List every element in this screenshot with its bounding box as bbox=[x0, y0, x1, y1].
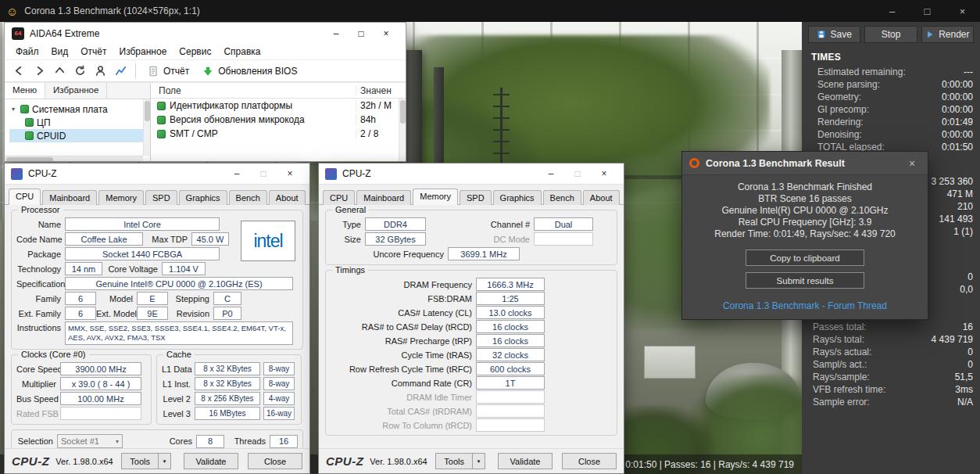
scrollbar-thumb[interactable] bbox=[145, 101, 150, 121]
close-button[interactable]: × bbox=[277, 163, 303, 185]
stat-value: 0 bbox=[967, 347, 973, 357]
chevron-down-icon[interactable]: ▾ bbox=[472, 454, 485, 469]
table-vertical-scrollbar[interactable] bbox=[399, 99, 406, 162]
menu-help[interactable]: Справка bbox=[217, 46, 266, 57]
tools-label: Tools bbox=[122, 457, 158, 466]
tree-vertical-scrollbar[interactable] bbox=[143, 99, 150, 156]
minimize-button[interactable]: – bbox=[224, 163, 250, 185]
timings-group: Timings DRAM Frequency1666.3 MHz FSB:DRA… bbox=[325, 270, 617, 436]
channel-label: Channel # bbox=[459, 220, 534, 229]
group-title: Clocks (Core #0) bbox=[18, 350, 89, 359]
type-value: DDR4 bbox=[365, 217, 426, 231]
field-cell: Идентификатор платформы bbox=[151, 100, 356, 111]
close-button[interactable]: × bbox=[591, 163, 617, 185]
tab-cpu[interactable]: CPU bbox=[9, 189, 41, 205]
tree-item-motherboard[interactable]: ▾ Системная плата bbox=[9, 102, 148, 116]
codename-label: Code Name bbox=[16, 235, 65, 244]
column-field[interactable]: Поле bbox=[151, 85, 356, 96]
maximize-button[interactable]: □ bbox=[910, 0, 945, 22]
timing-value: 600 clocks bbox=[476, 362, 545, 375]
chart-icon[interactable] bbox=[111, 62, 130, 81]
maximize-button[interactable]: □ bbox=[564, 163, 591, 185]
clocks-group: Clocks (Core #0) Core Speed3900.00 MHz M… bbox=[11, 354, 152, 425]
uncore-label: Uncore Frequency bbox=[331, 250, 448, 259]
tab-memory[interactable]: Memory bbox=[413, 189, 458, 205]
time-label: Scene parsing: bbox=[817, 79, 880, 90]
tab-spd[interactable]: SPD bbox=[460, 190, 492, 205]
close-button[interactable]: Close bbox=[248, 453, 302, 469]
package-value: Socket 1440 FCBGA bbox=[65, 247, 220, 260]
minimize-button[interactable]: – bbox=[324, 23, 349, 44]
column-value[interactable]: Значен bbox=[356, 85, 406, 96]
validate-button[interactable]: Validate bbox=[498, 453, 553, 469]
l1-inst-ways: 8-way bbox=[263, 377, 295, 390]
tab-bench[interactable]: Bench bbox=[229, 190, 267, 205]
scrollbar-thumb[interactable] bbox=[6, 157, 53, 162]
multiplier-value: x 39.0 ( 8 - 44 ) bbox=[60, 377, 141, 390]
report-toolbar-button[interactable]: Отчёт bbox=[141, 65, 195, 77]
maximize-button[interactable]: □ bbox=[349, 23, 374, 44]
stat-row: Passes total:16 bbox=[802, 321, 980, 333]
tab-memory[interactable]: Memory bbox=[98, 190, 144, 205]
bios-update-button[interactable]: Обновления BIOS bbox=[196, 65, 302, 77]
close-icon[interactable]: × bbox=[903, 157, 921, 170]
tab-graphics[interactable]: Graphics bbox=[493, 190, 542, 205]
menu-favorites[interactable]: Избранное bbox=[113, 46, 173, 57]
menu-report[interactable]: Отчёт bbox=[74, 46, 113, 57]
forward-icon[interactable] bbox=[30, 62, 48, 81]
forum-thread-link[interactable]: Corona 1.3 Benchmark - Forum Thread bbox=[682, 300, 928, 311]
submit-results-button[interactable]: Submit results bbox=[746, 272, 864, 289]
back-icon[interactable] bbox=[9, 62, 28, 81]
table-row[interactable]: Идентификатор платформы 32h / M bbox=[151, 99, 406, 113]
stop-button[interactable]: Stop bbox=[864, 26, 917, 43]
close-button[interactable]: × bbox=[945, 0, 980, 22]
tab-mainboard[interactable]: Mainboard bbox=[356, 190, 411, 205]
save-button[interactable]: Save bbox=[808, 26, 860, 43]
time-row: Geometry:0:00:00 bbox=[802, 91, 980, 103]
menu-view[interactable]: Вид bbox=[45, 46, 75, 57]
chevron-down-icon[interactable]: ▾ bbox=[158, 454, 170, 469]
tree-label: CPUID bbox=[37, 131, 66, 142]
tree-item-cpu[interactable]: ЦП bbox=[9, 116, 148, 129]
tree-horizontal-scrollbar[interactable] bbox=[5, 156, 143, 162]
menu-file[interactable]: Файл bbox=[9, 46, 45, 57]
tab-spd[interactable]: SPD bbox=[145, 190, 177, 205]
validate-button[interactable]: Validate bbox=[184, 453, 238, 469]
minimize-button[interactable]: – bbox=[874, 0, 910, 22]
tab-about[interactable]: About bbox=[269, 190, 306, 205]
scrollbar-thumb[interactable] bbox=[400, 100, 406, 124]
close-button[interactable]: Close bbox=[562, 453, 617, 469]
cpuz-title: CPU-Z bbox=[342, 168, 371, 179]
tab-mainboard[interactable]: Mainboard bbox=[42, 190, 97, 205]
expand-caret-icon[interactable]: ▾ bbox=[9, 106, 17, 113]
tab-menu[interactable]: Меню bbox=[5, 83, 45, 99]
close-button[interactable]: × bbox=[374, 23, 399, 44]
tree-item-cpuid[interactable]: CPUID bbox=[9, 129, 148, 142]
tab-graphics[interactable]: Graphics bbox=[179, 190, 227, 205]
render-button[interactable]: Render bbox=[921, 26, 974, 43]
cpuz-brand-logo: CPU-Z bbox=[12, 454, 49, 468]
tools-button[interactable]: Tools▾ bbox=[121, 453, 171, 469]
refresh-icon[interactable] bbox=[70, 62, 89, 81]
aida64-menubar: Файл Вид Отчёт Избранное Сервис Справка bbox=[5, 44, 406, 59]
up-icon[interactable] bbox=[50, 62, 69, 81]
menu-tools[interactable]: Сервис bbox=[173, 46, 217, 57]
time-label: GI precomp: bbox=[817, 104, 869, 115]
cpuid-icon bbox=[25, 131, 34, 140]
socket-select[interactable]: Socket #1▾ bbox=[57, 434, 123, 448]
stat-row: Sample error:N/A bbox=[802, 396, 980, 408]
table-row[interactable]: SMT / CMP 2 / 8 bbox=[151, 127, 406, 141]
maximize-button[interactable]: □ bbox=[250, 163, 277, 185]
user-icon[interactable] bbox=[91, 62, 109, 81]
tab-bench[interactable]: Bench bbox=[543, 190, 581, 205]
tools-button[interactable]: Tools▾ bbox=[435, 453, 485, 469]
tab-favorites[interactable]: Избранное bbox=[45, 83, 107, 99]
tab-about[interactable]: About bbox=[583, 190, 620, 205]
tab-cpu[interactable]: CPU bbox=[323, 190, 355, 205]
minimize-button[interactable]: – bbox=[538, 163, 564, 185]
time-label: Rendering: bbox=[817, 117, 864, 127]
table-row[interactable]: Версия обновления микрокода 84h bbox=[151, 113, 406, 127]
copy-to-clipboard-button[interactable]: Copy to clipboard bbox=[746, 250, 864, 266]
time-value: 0:00:00 bbox=[942, 129, 973, 140]
time-label: Geometry: bbox=[817, 92, 861, 102]
